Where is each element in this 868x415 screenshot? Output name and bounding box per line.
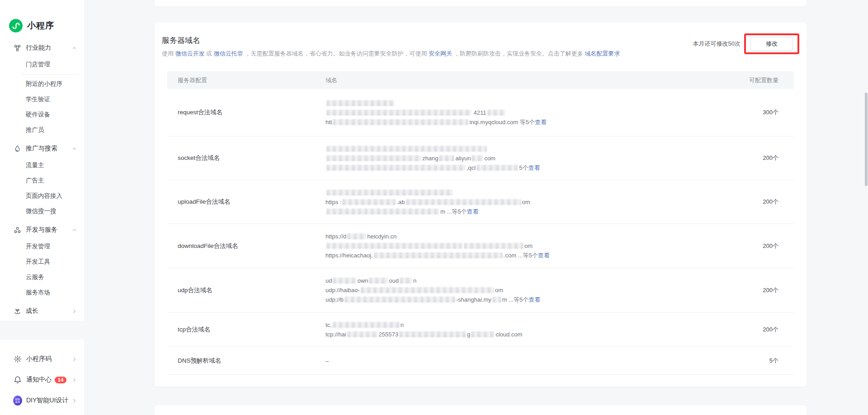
description-text: ，无需配置服务器域名，省心省力。如业务访问需要安全防护，可使用 (243, 50, 429, 57)
domain-fragment: cloud.com (495, 331, 522, 338)
domain-fragment: tc, (326, 322, 332, 328)
sidebar-item[interactable]: 云服务 (0, 270, 84, 285)
row-label: downloadFile合法域名 (167, 242, 326, 250)
sidebar-item[interactable]: 门店管理 (0, 57, 84, 72)
sidebar-item[interactable]: 服务市场 (0, 285, 84, 300)
sidebar: 小程序 行业能力门店管理附近的小程序学生验证硬件设备推广员推广与搜索流量主广告主… (0, 0, 84, 415)
redacted-domain-blur (471, 331, 495, 337)
domain-line: https://dheicdyin.cn (326, 232, 740, 241)
view-link[interactable]: 查看 (467, 208, 479, 215)
modify-button[interactable]: 修改 (750, 37, 793, 51)
domain-fragment: 255573 (379, 331, 398, 338)
dev-icon (13, 226, 21, 234)
row-label: DNS预解析域名 (167, 357, 326, 365)
description-link[interactable]: 域名配置要求 (585, 50, 620, 57)
domain-line: tcp://hai255573gcloud.com (326, 330, 740, 339)
redacted-domain-blur (326, 209, 439, 214)
domain-line: httinqi.myqcloud.com 等5个查看 (326, 117, 740, 127)
sidebar-group-1[interactable]: 行业能力 (0, 39, 84, 57)
sidebar-item[interactable]: 硬件设备 (0, 107, 84, 122)
sidebar-item[interactable]: 学生验证 (0, 92, 84, 107)
sidebar-item[interactable]: 流量主 (0, 158, 84, 173)
promo-icon (13, 145, 21, 153)
redacted-domain-blur (347, 233, 366, 239)
minicode-icon (13, 354, 22, 364)
miniprogram-logo-icon (9, 19, 23, 33)
sidebar-item[interactable]: 推广员 (0, 122, 84, 138)
sidebar-group-2[interactable]: 推广与搜索 (0, 140, 84, 158)
column-header-server-config: 服务器配置 (167, 76, 326, 84)
redacted-domain-blur (326, 110, 471, 116)
domain-fragment: ,qcl (467, 164, 476, 171)
domain-fragment: https://d (326, 233, 346, 240)
view-link[interactable]: 查看 (528, 296, 540, 303)
redacted-domain-blur (347, 331, 378, 337)
description-link[interactable]: 微信云开发 (175, 50, 205, 57)
sidebar-group-label: 成长 (26, 307, 38, 315)
view-link[interactable]: 查看 (538, 252, 550, 259)
redacted-domain-blur (464, 243, 524, 249)
redacted-domain-blur (406, 199, 521, 205)
redacted-domain-blur (400, 278, 412, 284)
redacted-domain-blur (344, 297, 455, 303)
redacted-domain-blur (492, 297, 501, 303)
domain-fragment: g (467, 331, 470, 338)
configurable-count: 200个 (740, 154, 794, 162)
table-row: socket合法域名zhangaliyuncom,qcl5个查看200个 (167, 136, 794, 180)
sidebar-bottom-item[interactable]: 通知中心14 (0, 369, 84, 390)
page-scrollbar-thumb[interactable] (865, 93, 868, 186)
diy-icon: 智能海报 (13, 396, 22, 405)
domain-fragment: 等5个 (518, 119, 535, 126)
sidebar-item[interactable]: 页面内容接入 (0, 188, 84, 204)
domain-cell: https://dheicdyin.cnomhttps://heicachaoj… (326, 232, 740, 260)
sidebar-bottom-label: DIY智能UI设计 (26, 396, 68, 405)
redacted-domain-blur (333, 322, 400, 328)
row-label: tcp合法域名 (167, 326, 326, 334)
app-logo[interactable]: 小程序 (0, 0, 84, 33)
sidebar-item[interactable]: 开发工具 (0, 254, 84, 270)
description-link[interactable]: 安全网关 (429, 50, 452, 57)
column-header-configurable-count: 可配置数量 (740, 76, 794, 84)
header-actions: 本月还可修改50次 修改 (693, 33, 799, 54)
table-body: request合法域名 4211httinqi.myqcloud.com 等5个… (167, 89, 794, 375)
table-row: downloadFile合法域名https://dheicdyin.cnomht… (167, 224, 794, 268)
table-row: uploadFile合法域名https :.abomm ...等5个查看200个 (167, 180, 794, 224)
domain-fragment: -shanghai.my (456, 296, 491, 303)
view-link[interactable]: 查看 (528, 164, 540, 171)
domain-fragment: 5个 (519, 164, 528, 171)
description-link[interactable]: 微信云托管 (214, 50, 243, 57)
view-link[interactable]: 查看 (535, 119, 547, 126)
domain-line (326, 144, 740, 154)
description-text: 使用 (162, 50, 175, 57)
description-text: 或 (205, 50, 214, 57)
sidebar-group-3[interactable]: 开发与服务 (0, 221, 84, 239)
sidebar-item[interactable]: 微信搜一搜 (0, 204, 84, 219)
description-text: ，防爬防刷防攻击，实现业务安全。点击了解更多 (452, 50, 585, 57)
table-row: DNS预解析域名–5个 (167, 347, 794, 375)
configurable-count: 300个 (740, 108, 794, 117)
sidebar-item[interactable]: 广告主 (0, 173, 84, 188)
domain-cell: – (326, 357, 740, 365)
sidebar-item[interactable]: 开发管理 (0, 239, 84, 254)
domain-cell: 4211httinqi.myqcloud.com 等5个查看 (326, 98, 740, 127)
table-header-row: 服务器配置 域名 可配置数量 (167, 71, 794, 89)
card-header: 服务器域名 使用 微信云开发 或 微信云托管 ，无需配置服务器域名，省心省力。如… (155, 23, 807, 58)
sidebar-item[interactable]: 附近的小程序 (0, 76, 84, 92)
sidebar-bottom-item[interactable]: 小程序码 (0, 349, 84, 369)
sidebar-bottom-item[interactable]: 智能海报DIY智能UI设计 (0, 390, 84, 411)
red-annotation-box: 修改 (744, 33, 799, 54)
previous-card-edge (155, 0, 807, 6)
domain-fragment: .ab (396, 199, 405, 205)
domain-line: tc,n (326, 320, 740, 330)
table-row: udp合法域名udownoudnudp://haibao-omudp://b-s… (167, 268, 794, 312)
sidebar-divider (22, 74, 80, 75)
table-row: request合法域名 4211httinqi.myqcloud.com 等5个… (167, 89, 794, 136)
row-label: udp合法域名 (167, 286, 326, 294)
bell-icon (13, 375, 22, 384)
domain-fragment: udp://b (326, 296, 344, 303)
domain-cell: https :.abomm ...等5个查看 (326, 188, 740, 216)
redacted-domain-blur (476, 165, 518, 171)
server-domain-card: 服务器域名 使用 微信云开发 或 微信云托管 ，无需配置服务器域名，省心省力。如… (155, 23, 807, 387)
domain-fragment: https : (326, 199, 341, 205)
sidebar-group-4[interactable]: 成长 (0, 302, 84, 320)
